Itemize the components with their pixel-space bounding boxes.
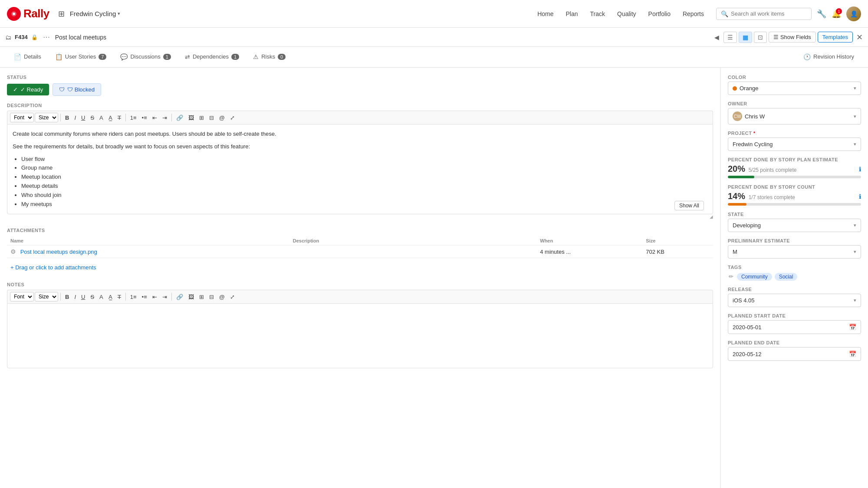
notes-italic-button[interactable]: I (72, 292, 78, 301)
description-section: DESCRIPTION Font Size B I U S A A̲ T̶ 1≡… (7, 103, 713, 219)
lock-icon[interactable]: 🔒 (31, 34, 38, 40)
state-select[interactable]: Developing ▾ (728, 219, 861, 232)
show-fields-button[interactable]: ☰ Show Fields (769, 32, 816, 43)
preliminary-estimate-select[interactable]: M ▾ (728, 245, 861, 259)
nav-track[interactable]: Track (590, 10, 605, 17)
progress-bar-plan (728, 176, 861, 178)
notes-highlight-button[interactable]: A̲ (106, 292, 115, 301)
org-selector[interactable]: Fredwin Cycling ▾ (70, 10, 121, 17)
font-color-button[interactable]: A (97, 113, 105, 122)
status-row: ✓ ✓ Ready 🛡 🛡 Blocked (7, 83, 713, 96)
image-button[interactable]: 🖼 (186, 113, 196, 122)
attachment-name[interactable]: Post local meetups design.png (20, 249, 97, 255)
bold-button[interactable]: B (63, 113, 71, 122)
col-when: When (536, 236, 642, 246)
table-button[interactable]: ⊞ (197, 113, 206, 122)
back-button[interactable]: ◀ (712, 32, 722, 43)
link-button[interactable]: 🔗 (174, 113, 185, 122)
owner-select[interactable]: CW Chris W ▾ (728, 108, 861, 124)
notes-mention[interactable]: @ (217, 292, 227, 301)
table-row: ⚙ Post local meetups design.png 4 minute… (7, 246, 713, 258)
font-select[interactable]: Font (10, 113, 34, 122)
resize-handle[interactable]: ◢ (7, 214, 713, 219)
user-stories-badge: 7 (99, 54, 106, 60)
breadcrumb-title-input[interactable] (55, 34, 708, 41)
project-select[interactable]: Fredwin Cycling ▾ (728, 138, 861, 151)
size-select[interactable]: Size (35, 113, 58, 122)
notes-unordered-list[interactable]: •≡ (140, 292, 149, 301)
notes-clear-format[interactable]: T̶ (115, 292, 123, 301)
notes-size-select[interactable]: Size (35, 292, 58, 301)
planned-end-label: PLANNED END DATE (728, 340, 861, 345)
view-card-button[interactable]: ⊡ (754, 32, 767, 43)
avatar[interactable]: 👤 (846, 7, 861, 21)
notes-fullscreen[interactable]: ⤢ (228, 292, 237, 301)
tab-revision-history[interactable]: 🕐 Revision History (796, 47, 861, 68)
blocked-button[interactable]: 🛡 🛡 Blocked (53, 83, 101, 96)
settings-button[interactable]: 🔧 (817, 9, 826, 19)
description-editor[interactable]: Create local community forums where ride… (7, 124, 713, 214)
ordered-list-button[interactable]: 1≡ (128, 113, 139, 122)
tab-discussions[interactable]: 💬 Discussions 1 (113, 47, 178, 68)
notifications-button[interactable]: 🔔 1 (832, 9, 841, 19)
release-select[interactable]: iOS 4.05 ▾ (728, 294, 861, 307)
outdent-button[interactable]: ⇤ (150, 113, 159, 122)
nav-portfolio[interactable]: Portfolio (648, 10, 671, 17)
planned-start-input[interactable]: 2020-05-01 📅 (728, 320, 861, 334)
nav-plan[interactable]: Plan (566, 10, 578, 17)
status-label: STATUS (7, 75, 713, 80)
view-list-button[interactable]: ☰ (723, 32, 737, 43)
nav-quality[interactable]: Quality (617, 10, 636, 17)
state-field: STATE Developing ▾ (728, 212, 861, 232)
planned-end-field: PLANNED END DATE 2020-05-12 📅 (728, 340, 861, 361)
italic-button[interactable]: I (72, 113, 78, 122)
view-detail-button[interactable]: ▦ (739, 32, 752, 43)
attachment-settings-icon[interactable]: ⚙ (10, 248, 16, 255)
logo[interactable]: Rally (7, 7, 49, 21)
strikethrough-button[interactable]: S (88, 113, 96, 122)
search-input[interactable] (731, 10, 807, 17)
notes-table[interactable]: ⊞ (197, 292, 206, 301)
underline-button[interactable]: U (79, 113, 87, 122)
highlight-button[interactable]: A̲ (106, 113, 115, 122)
notes-image[interactable]: 🖼 (186, 292, 196, 301)
tab-risks[interactable]: ⚠ Risks 0 (246, 47, 293, 68)
more-icon[interactable]: ⋯ (41, 32, 52, 42)
ready-button[interactable]: ✓ ✓ Ready (7, 84, 49, 95)
indent-button[interactable]: ⇥ (160, 113, 169, 122)
nav-reports[interactable]: Reports (683, 10, 704, 17)
planned-end-input[interactable]: 2020-05-12 📅 (728, 347, 861, 361)
nav-home[interactable]: Home (537, 10, 553, 17)
tab-dependencies[interactable]: ⇄ Dependencies 1 (178, 47, 246, 68)
main-layout: STATUS ✓ ✓ Ready 🛡 🛡 Blocked DESCRIPTION… (0, 68, 868, 488)
notes-link[interactable]: 🔗 (174, 292, 185, 301)
mention-button[interactable]: @ (217, 113, 227, 122)
tab-details[interactable]: 📄 Details (7, 47, 48, 68)
templates-button[interactable]: Templates (818, 32, 853, 43)
info-icon-count[interactable]: ℹ (859, 193, 861, 200)
notes-ordered-list[interactable]: 1≡ (128, 292, 139, 301)
clear-format-button[interactable]: T̶ (115, 113, 123, 122)
notes-embed[interactable]: ⊟ (207, 292, 216, 301)
notes-font-select[interactable]: Font (10, 292, 34, 301)
search-box[interactable]: 🔍 (716, 8, 812, 20)
tag-edit-button[interactable]: ✏ (728, 272, 734, 281)
add-attachment[interactable]: + Drag or click to add attachments (7, 262, 713, 273)
unordered-list-button[interactable]: •≡ (140, 113, 149, 122)
tab-user-stories[interactable]: 📋 User Stories 7 (48, 47, 114, 68)
fullscreen-button[interactable]: ⤢ (228, 113, 237, 122)
show-all-button[interactable]: Show All (674, 201, 704, 210)
notes-underline-button[interactable]: U (79, 292, 87, 301)
notes-strikethrough-button[interactable]: S (88, 292, 96, 301)
grid-icon[interactable]: ⊞ (58, 9, 65, 19)
color-select[interactable]: Orange ▾ (728, 82, 861, 95)
notes-font-color-button[interactable]: A (97, 292, 105, 301)
close-icon[interactable]: ✕ (856, 33, 863, 42)
notes-bold-button[interactable]: B (63, 292, 71, 301)
notes-editor[interactable] (7, 303, 713, 368)
logo-text: Rally (23, 7, 49, 20)
embed-button[interactable]: ⊟ (207, 113, 216, 122)
notes-indent[interactable]: ⇥ (160, 292, 169, 301)
info-icon[interactable]: ℹ (859, 166, 861, 173)
notes-outdent[interactable]: ⇤ (150, 292, 159, 301)
